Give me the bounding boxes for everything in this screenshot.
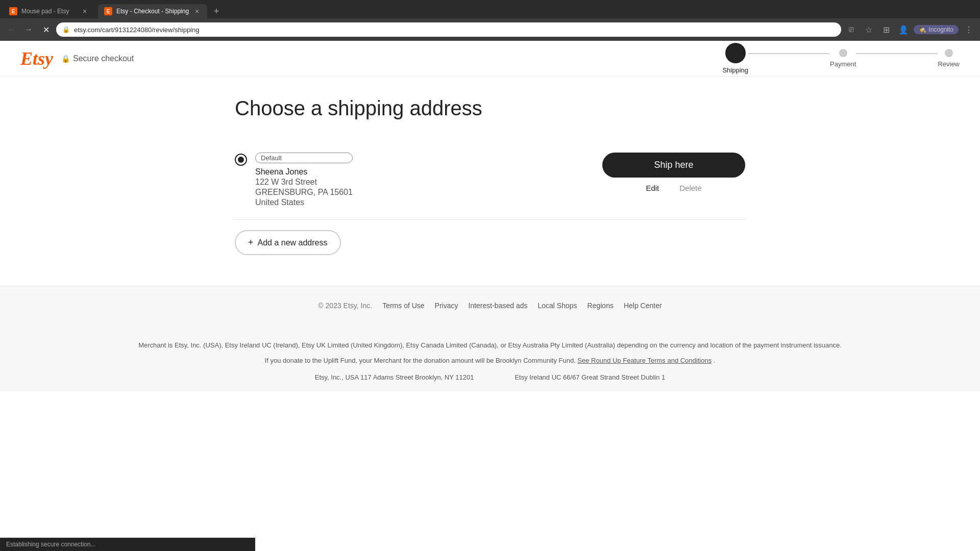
add-address-label: Add a new address — [258, 238, 328, 247]
account-icon[interactable]: 👤 — [896, 22, 911, 37]
step-dot-payment — [839, 49, 847, 57]
site-header: Etsy 🔒 Secure checkout Shipping Payment … — [0, 41, 980, 77]
footer-legal: Merchant is Etsy, Inc. (USA), Etsy Irela… — [0, 330, 980, 391]
footer-legal-text2: If you donate to the Uplift Fund, your M… — [20, 356, 960, 366]
address-lock-icon: 🔒 — [62, 26, 70, 33]
address-radio-button[interactable] — [235, 154, 247, 166]
address-name: Sheena Jones — [255, 167, 353, 177]
footer-link-interest-ads[interactable]: Interest-based ads — [469, 302, 528, 310]
step-label-payment: Payment — [830, 60, 856, 68]
add-new-address-button[interactable]: + Add a new address — [235, 230, 341, 255]
footer-link-regions[interactable]: Regions — [587, 302, 614, 310]
secure-checkout: 🔒 Secure checkout — [61, 54, 134, 63]
new-tab-button[interactable]: + — [209, 4, 224, 18]
incognito-badge: 🕵 Incognito — [914, 25, 959, 34]
address-line1: 122 W 3rd Street — [255, 178, 353, 187]
tab-mousepad[interactable]: E Mouse pad - Etsy × — [3, 4, 95, 18]
footer-links: © 2023 Etsy, Inc. Terms of Use Privacy I… — [20, 302, 960, 310]
delete-address-link[interactable]: Delete — [679, 184, 701, 192]
address-card: Default Sheena Jones 122 W 3rd Street GR… — [235, 140, 745, 220]
radio-inner — [238, 157, 244, 163]
tab-favicon-2: E — [104, 7, 112, 15]
incognito-label: Incognito — [928, 26, 953, 33]
footer-legal-period: . — [714, 357, 716, 364]
step-dot-review — [945, 49, 953, 57]
tab-title-2: Etsy - Checkout - Shipping — [116, 8, 189, 15]
add-icon: + — [248, 237, 254, 248]
tab-bar: E Mouse pad - Etsy × E Etsy - Checkout -… — [0, 0, 980, 18]
step-label-review: Review — [938, 60, 960, 68]
forward-button[interactable]: → — [21, 22, 36, 37]
back-button[interactable]: ← — [4, 22, 18, 37]
address-right: Ship here Edit Delete — [602, 153, 745, 192]
step-review: Review — [938, 49, 960, 68]
site-footer: © 2023 Etsy, Inc. Terms of Use Privacy I… — [0, 286, 980, 330]
reload-button[interactable]: ✕ — [39, 22, 53, 37]
main-content: Choose a shipping address Default Sheena… — [133, 77, 847, 286]
footer-address2: Etsy Ireland UC 66/67 Great Strand Stree… — [514, 373, 665, 381]
page: Etsy 🔒 Secure checkout Shipping Payment … — [0, 41, 980, 391]
browser-toolbar: ← → ✕ 🔒 etsy.com/cart/9131224080/review/… — [0, 18, 980, 41]
step-label-shipping: Shipping — [722, 66, 748, 74]
page-title: Choose a shipping address — [235, 97, 745, 120]
footer-link-terms[interactable]: Terms of Use — [382, 302, 424, 310]
footer-legal-text1: Merchant is Etsy, Inc. (USA), Etsy Irela… — [20, 340, 960, 350]
default-badge: Default — [255, 153, 353, 163]
footer-link-local-shops[interactable]: Local Shops — [537, 302, 577, 310]
footer-addresses: Etsy, Inc., USA 117 Adams Street Brookly… — [20, 373, 960, 381]
browser-chrome: E Mouse pad - Etsy × E Etsy - Checkout -… — [0, 0, 980, 41]
header-left: Etsy 🔒 Secure checkout — [20, 48, 134, 69]
footer-copyright: © 2023 Etsy, Inc. — [318, 302, 372, 310]
edit-address-link[interactable]: Edit — [646, 184, 659, 192]
step-dot-shipping — [725, 43, 746, 63]
tab-close-1[interactable]: × — [81, 7, 89, 15]
secure-checkout-label: Secure checkout — [73, 54, 134, 63]
step-line-2 — [856, 53, 938, 54]
address-url: etsy.com/cart/9131224080/review/shipping — [74, 26, 835, 34]
footer-link-help[interactable]: Help Center — [624, 302, 662, 310]
ship-here-button[interactable]: Ship here — [602, 153, 745, 178]
toolbar-actions: ⎚ ☆ ⊞ 👤 🕵 Incognito ⋮ — [844, 22, 976, 37]
footer-legal-link[interactable]: See Round Up Feature Terms and Condition… — [577, 357, 712, 364]
tab-title-1: Mouse pad - Etsy — [21, 8, 77, 15]
address-left: Default Sheena Jones 122 W 3rd Street GR… — [235, 153, 353, 207]
tab-checkout[interactable]: E Etsy - Checkout - Shipping × — [98, 4, 207, 18]
screen-cast-icon[interactable]: ⎚ — [844, 22, 859, 37]
more-options-icon[interactable]: ⋮ — [962, 22, 976, 37]
extensions-icon[interactable]: ⊞ — [879, 22, 893, 37]
footer-link-privacy[interactable]: Privacy — [435, 302, 458, 310]
checkout-steps: Shipping Payment Review — [722, 43, 960, 74]
address-actions: Edit Delete — [646, 184, 701, 192]
step-shipping: Shipping — [722, 43, 748, 74]
step-line-1 — [748, 53, 830, 54]
footer-address1: Etsy, Inc., USA 117 Adams Street Brookly… — [315, 373, 474, 381]
incognito-icon: 🕵 — [919, 26, 926, 33]
secure-lock-icon: 🔒 — [61, 55, 70, 63]
tab-close-2[interactable]: × — [193, 7, 201, 15]
bookmark-icon[interactable]: ☆ — [862, 22, 876, 37]
step-payment: Payment — [830, 49, 856, 68]
address-line2: GREENSBURG, PA 15601 — [255, 188, 353, 197]
address-bar[interactable]: 🔒 etsy.com/cart/9131224080/review/shippi… — [56, 22, 841, 37]
tab-favicon-1: E — [9, 7, 17, 15]
address-details: Default Sheena Jones 122 W 3rd Street GR… — [255, 153, 353, 207]
etsy-logo[interactable]: Etsy — [20, 48, 53, 69]
footer-legal-text2-main: If you donate to the Uplift Fund, your M… — [265, 357, 578, 364]
address-line3: United States — [255, 198, 353, 207]
